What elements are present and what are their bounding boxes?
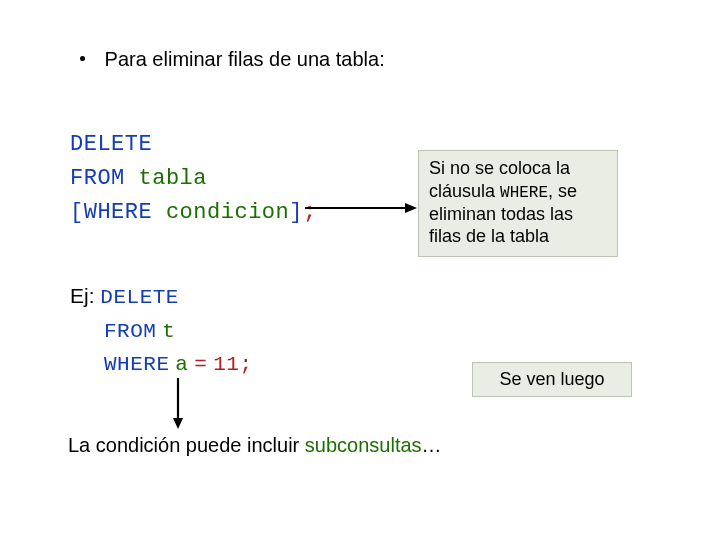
bullet-line: Para eliminar filas de una tabla: — [80, 48, 385, 71]
example-line-2: FROM t — [70, 314, 253, 348]
arrow-right-icon — [305, 202, 420, 214]
bullet-text: Para eliminar filas de una tabla: — [105, 48, 385, 70]
ex-from-keyword: FROM — [104, 320, 156, 343]
note1-where-mono: WHERE — [500, 184, 548, 202]
bottom-sentence: La condición puede incluir subconsultas… — [68, 434, 442, 457]
arrow-down-icon — [171, 378, 185, 430]
example-line-3: WHERE a = 11; — [70, 347, 253, 381]
delete-keyword: DELETE — [70, 132, 152, 157]
ex-semicolon: ; — [239, 353, 252, 376]
syntax-line-3: [WHERE condicion]; — [70, 196, 317, 230]
close-bracket: ] — [289, 200, 303, 225]
ex-a-identifier: a — [175, 353, 188, 376]
from-keyword: FROM — [70, 166, 125, 191]
ex-eleven: 11 — [213, 353, 239, 376]
condition-identifier: condicion — [166, 200, 289, 225]
ex-delete-keyword: DELETE — [100, 286, 179, 309]
where-open-keyword: [WHERE — [70, 200, 152, 225]
svg-marker-3 — [173, 418, 183, 429]
note-box-subqueries: Se ven luego — [472, 362, 632, 397]
ej-label: Ej: — [70, 284, 95, 307]
bottom-subq: subconsultas — [305, 434, 422, 456]
note2-text: Se ven luego — [499, 369, 604, 389]
bottom-prefix: La condición puede incluir — [68, 434, 305, 456]
syntax-line-1: DELETE — [70, 128, 317, 162]
ex-where-keyword: WHERE — [104, 353, 170, 376]
note-box-where: Si no se coloca la cláusula WHERE, se el… — [418, 150, 618, 257]
syntax-line-2: FROM tabla — [70, 162, 317, 196]
table-identifier: tabla — [139, 166, 208, 191]
bullet-dot-icon — [80, 56, 85, 61]
slide: Para eliminar filas de una tabla: DELETE… — [0, 0, 720, 540]
bottom-suffix: … — [422, 434, 442, 456]
ex-t-identifier: t — [162, 320, 175, 343]
example-line-1: Ej: DELETE — [70, 280, 253, 314]
example-block: Ej: DELETE FROM t WHERE a = 11; — [70, 280, 253, 381]
svg-marker-1 — [405, 203, 417, 213]
syntax-block: DELETE FROM tabla [WHERE condicion]; — [70, 128, 317, 230]
ex-equals: = — [194, 353, 207, 376]
